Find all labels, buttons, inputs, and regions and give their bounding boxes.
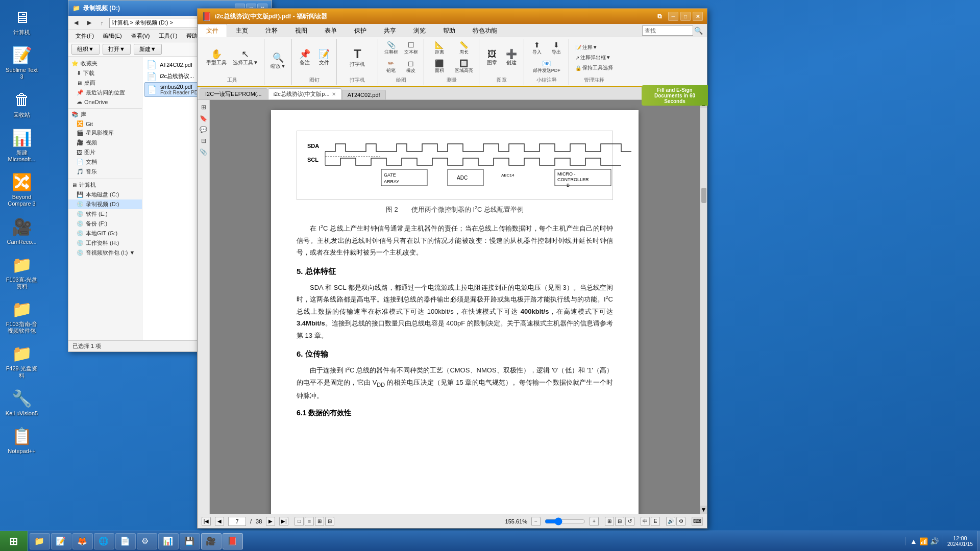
pdf-scroll-thumb[interactable] xyxy=(701,188,706,203)
tab-browse[interactable]: 浏览 xyxy=(405,24,434,37)
taskbar-item-task8[interactable]: 💾 xyxy=(180,533,200,549)
pdf-minimize-button[interactable]: ─ xyxy=(668,12,678,21)
doc-tab-2[interactable]: i2c总线协议(中文版p... ✕ xyxy=(268,88,341,99)
sidebar-item-video[interactable]: 🎥 视频 xyxy=(68,138,142,147)
sidebar-item-download[interactable]: ⬇ 下载 xyxy=(68,68,142,78)
sidebar-item-h-drive[interactable]: 💿 工作资料 (H:) xyxy=(68,238,142,248)
pdf-close-button[interactable]: ✕ xyxy=(693,12,703,21)
sidebar-item-music[interactable]: 🎵 音乐 xyxy=(68,167,142,177)
up-button[interactable]: ↑ xyxy=(97,17,107,29)
settings-button[interactable]: ⚙ xyxy=(676,517,685,526)
panel-bookmark-button[interactable]: 🔖 xyxy=(199,113,209,123)
continuous-button[interactable]: ≡ xyxy=(305,517,314,526)
menu-edit[interactable]: 编辑(E) xyxy=(99,31,126,41)
panel-comment-button[interactable]: 💬 xyxy=(199,124,209,135)
pdf-search-input[interactable] xyxy=(642,26,693,36)
panel-thumbnail-button[interactable]: ⊞ xyxy=(199,102,209,112)
start-button[interactable]: ⊞ xyxy=(0,531,28,552)
page-number-input[interactable] xyxy=(228,517,246,526)
keep-tool-button[interactable]: 🔒 保持工具选择 xyxy=(573,63,616,72)
taskbar-item-firefox[interactable]: 🦊 xyxy=(72,533,93,549)
desktop-icon-f103-1[interactable]: 📁 F103直-光盘资料 xyxy=(3,253,41,292)
tab-protect[interactable]: 保护 xyxy=(346,24,375,37)
tab-file[interactable]: 文件 xyxy=(198,24,227,37)
eraser-button[interactable]: ◻ 橡皮 xyxy=(402,58,421,76)
single-page-button[interactable]: □ xyxy=(295,517,304,526)
menu-file[interactable]: 文件(F) xyxy=(71,31,98,41)
next-page-button[interactable]: ▶ xyxy=(266,517,275,526)
region-highlight-button[interactable]: 🔲 区域高亮 xyxy=(452,58,476,76)
tab-share[interactable]: 共享 xyxy=(375,24,405,37)
facing-button[interactable]: ⊞ xyxy=(315,517,324,526)
menu-tools[interactable]: 工具(T) xyxy=(155,31,181,41)
tile-icon[interactable]: ⧉ xyxy=(657,13,662,20)
annotation-box-button[interactable]: 📎 注释框 xyxy=(382,40,401,57)
tray-icon-network[interactable]: 📶 xyxy=(919,537,928,545)
select-tool-button[interactable]: ↖ 选择工具▼ xyxy=(230,48,261,68)
fit-width-button[interactable]: ⊞ xyxy=(605,517,614,526)
zoom-out-button[interactable]: − xyxy=(531,517,541,526)
sidebar-item-media[interactable]: 🎬 星风影视库 xyxy=(68,128,142,138)
hand-tool-button[interactable]: ✋ 手型工具 xyxy=(204,48,229,68)
prev-page-button[interactable]: ◀ xyxy=(215,517,224,526)
desktop-icon-f429[interactable]: 📁 F429-光盘资料 xyxy=(3,341,41,381)
tab-help[interactable]: 帮助 xyxy=(434,24,464,37)
sidebar-item-git[interactable]: 🔀 Git xyxy=(68,119,142,128)
taskbar-item-foxit[interactable]: 📕 xyxy=(223,533,243,549)
taskbar-item-task6[interactable]: ⚙ xyxy=(137,533,157,549)
desktop-icon-notepadpp[interactable]: 📋 Notepad++ xyxy=(3,424,41,457)
doc-tab-3[interactable]: AT24C02.pdf xyxy=(342,90,386,99)
taskbar-item-sublime[interactable]: 📝 xyxy=(51,533,71,549)
english-button[interactable]: E xyxy=(651,517,660,526)
zoom-in-button[interactable]: + xyxy=(590,517,599,526)
sidebar-item-recent[interactable]: 📌 最近访问的位置 xyxy=(68,88,142,97)
taskbar-time[interactable]: 12:00 2024/01/15 xyxy=(943,535,977,547)
taskbar-item-excel[interactable]: 📊 xyxy=(158,533,179,549)
typewriter-button[interactable]: T 打字机 xyxy=(342,46,373,69)
sidebar-item-f-drive[interactable]: 💿 备份 (F:) xyxy=(68,219,142,229)
desktop-icon-camrec[interactable]: 🎥 CamReco... xyxy=(3,215,41,247)
back-button[interactable]: ◀ xyxy=(70,17,82,29)
forward-button[interactable]: ▶ xyxy=(84,17,95,29)
perimeter-button[interactable]: 📏 周长 xyxy=(452,40,476,57)
stamp-button[interactable]: 🖼 图章 xyxy=(483,48,501,68)
annotation-popup-button[interactable]: ↗ 注释弹出框▼ xyxy=(573,53,614,62)
keyboard-button[interactable]: ⌨ xyxy=(692,517,703,526)
tab-home[interactable]: 主页 xyxy=(227,24,257,37)
desktop-icon-f103-2[interactable]: 📁 F103指南-音视频软件包 xyxy=(3,297,41,336)
pdf-restore-button[interactable]: □ xyxy=(680,12,691,21)
taskbar-item-explorer[interactable]: 📁 xyxy=(30,533,50,549)
pdf-search-icon[interactable]: 🔍 xyxy=(694,27,703,35)
tray-icon-volume[interactable]: 🔊 xyxy=(930,537,939,545)
text-box-button[interactable]: ☐ 文本框 xyxy=(402,40,421,57)
pdf-scrollbar[interactable]: ▲ ▼ xyxy=(700,100,707,514)
sidebar-item-docs[interactable]: 📄 文档 xyxy=(68,157,142,167)
create-button[interactable]: ➕ 创建 xyxy=(502,48,521,68)
fit-page-button[interactable]: ⊟ xyxy=(615,517,624,526)
sidebar-item-desktop[interactable]: 🖥 桌面 xyxy=(68,78,142,88)
tab-special[interactable]: 特色功能 xyxy=(464,24,506,37)
open-button[interactable]: 打开▼ xyxy=(103,44,131,55)
sidebar-item-c-drive[interactable]: 💾 本地磁盘 (C:) xyxy=(68,190,142,199)
tab-form[interactable]: 表单 xyxy=(316,24,346,37)
desktop-icon-beyond-compare[interactable]: 🔀 Beyond Compare 3 xyxy=(3,170,41,209)
sidebar-item-libraries[interactable]: 📚 库 xyxy=(68,108,142,119)
email-pdf-button[interactable]: 📧 邮件发送PDF xyxy=(528,58,566,76)
desktop-icon-recycle[interactable]: 🗑 回收站 xyxy=(3,88,41,120)
desktop-icon-keil[interactable]: 🔧 Keil uVision5 xyxy=(3,386,41,419)
new-button[interactable]: 新建▼ xyxy=(134,44,162,55)
tab2-close-button[interactable]: ✕ xyxy=(332,91,336,97)
organize-button[interactable]: 组织▼ xyxy=(71,44,100,55)
panel-attach-button[interactable]: 📎 xyxy=(199,147,209,157)
pencil-button[interactable]: ✏ 铅笔 xyxy=(382,58,401,76)
speaker-button[interactable]: 🔊 xyxy=(666,517,675,526)
last-page-button[interactable]: ▶| xyxy=(279,517,288,526)
taskbar-item-camrec[interactable]: 🎥 xyxy=(201,533,222,549)
desktop-icon-computer[interactable]: 🖥 计算机 xyxy=(3,5,41,38)
sidebar-item-pictures[interactable]: 🖼 图片 xyxy=(68,147,142,157)
import-button[interactable]: ⬆ 导入 xyxy=(528,40,546,57)
scroll-down-button[interactable]: ▼ xyxy=(700,506,707,514)
pdf-content-area[interactable]: SDA SCL GATE ARRAY ADC xyxy=(210,100,700,514)
tab-comment[interactable]: 注释 xyxy=(257,24,286,37)
taskbar-item-ie[interactable]: 🌐 xyxy=(94,533,114,549)
